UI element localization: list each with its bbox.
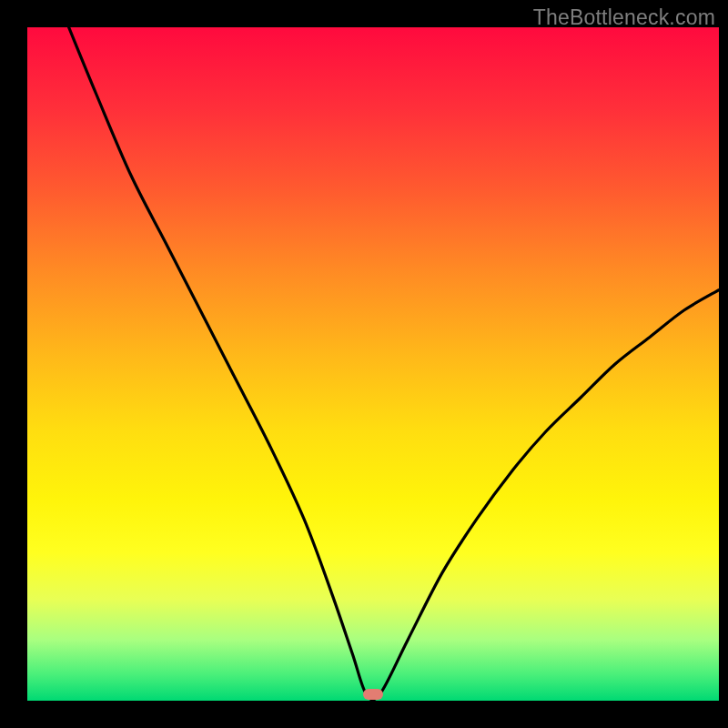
- plot-area: [27, 27, 719, 701]
- optimal-point-marker: [363, 689, 383, 700]
- chart-frame: TheBottleneck.com: [0, 0, 728, 728]
- bottleneck-curve: [27, 27, 719, 701]
- watermark-label: TheBottleneck.com: [533, 5, 715, 30]
